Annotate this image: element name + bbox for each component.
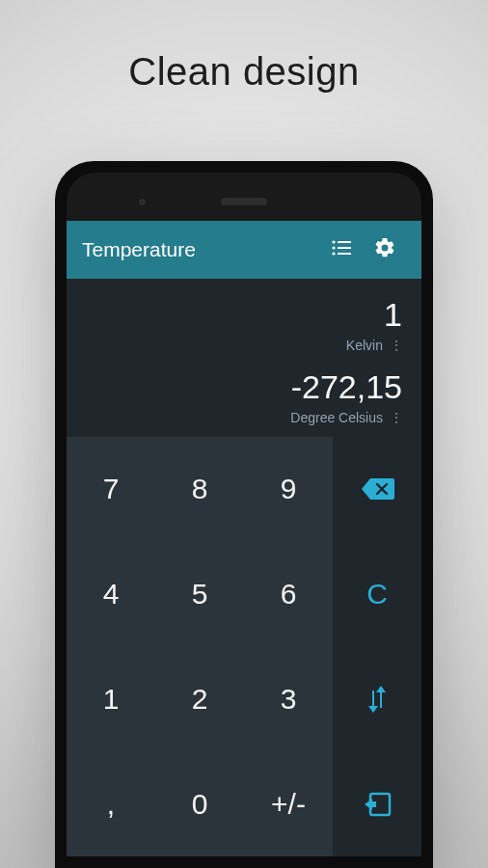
key-8[interactable]: 8 (155, 437, 244, 542)
keypad: 7 8 9 4 5 6 C 1 2 3 (67, 437, 421, 856)
promo-tagline: Clean design (128, 50, 360, 94)
key-3[interactable]: 3 (244, 647, 333, 752)
svg-rect-3 (338, 247, 351, 249)
phone-camera-dot (139, 199, 146, 205)
key-comma[interactable]: , (67, 751, 155, 856)
phone-bezel: Temperature (67, 173, 421, 856)
conversion-display: 1 Kelvin ⋮ -272,15 Degree Celsius ⋮ (67, 279, 421, 437)
key-enter[interactable] (333, 751, 421, 856)
key-6[interactable]: 6 (244, 542, 333, 647)
key-1[interactable]: 1 (67, 647, 155, 752)
history-button[interactable] (321, 239, 364, 260)
output-value: -272,15 (86, 357, 402, 406)
svg-rect-5 (338, 253, 351, 255)
settings-button[interactable] (364, 236, 406, 263)
svg-rect-1 (338, 241, 351, 243)
key-2[interactable]: 2 (155, 647, 244, 752)
svg-point-0 (332, 240, 335, 243)
svg-point-2 (332, 246, 335, 249)
app-screen: Temperature (67, 221, 421, 856)
output-unit-selector[interactable]: Degree Celsius ⋮ (86, 410, 402, 425)
key-4[interactable]: 4 (67, 542, 155, 647)
swap-icon (365, 685, 390, 714)
more-icon: ⋮ (391, 339, 402, 351)
app-bar-title: Temperature (82, 238, 321, 261)
output-unit-label: Degree Celsius (290, 410, 383, 425)
input-value: 1 (86, 285, 402, 334)
svg-point-4 (332, 252, 335, 255)
key-swap[interactable] (333, 647, 421, 752)
phone-frame: Temperature (55, 161, 433, 868)
key-plus-minus[interactable]: +/- (244, 751, 333, 856)
key-0[interactable]: 0 (155, 751, 244, 856)
app-bar: Temperature (67, 221, 421, 279)
key-7[interactable]: 7 (67, 437, 155, 542)
more-icon: ⋮ (391, 412, 402, 423)
key-9[interactable]: 9 (244, 437, 333, 542)
enter-icon (363, 790, 392, 819)
input-unit-selector[interactable]: Kelvin ⋮ (86, 338, 402, 353)
backspace-icon (360, 476, 394, 502)
gear-icon (373, 236, 396, 263)
phone-earpiece (221, 198, 267, 205)
input-unit-label: Kelvin (346, 338, 383, 353)
list-icon (331, 239, 354, 260)
key-clear[interactable]: C (333, 542, 421, 647)
key-backspace[interactable] (333, 437, 421, 542)
key-5[interactable]: 5 (155, 542, 244, 647)
